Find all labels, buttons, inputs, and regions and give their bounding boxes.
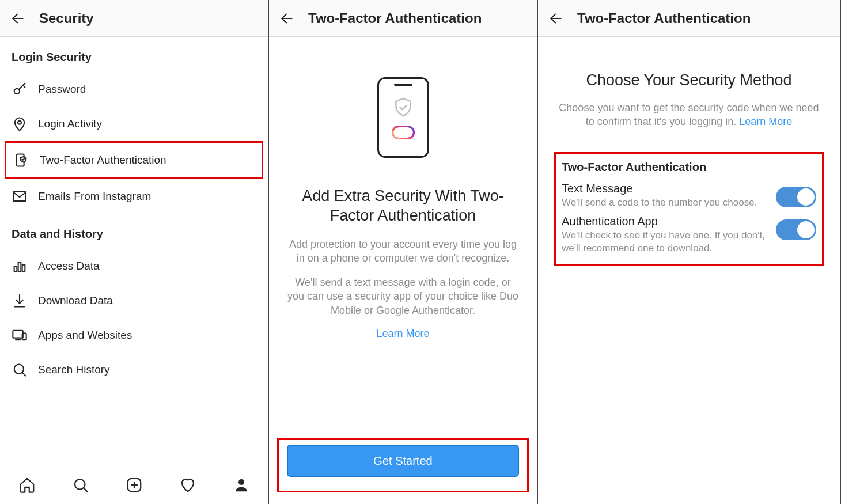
devices-icon [12,327,28,343]
option-title: Text Message [562,182,768,195]
svg-rect-7 [14,266,17,271]
cta-label: Get Started [373,454,432,468]
two-factor-method-screen: Two-Factor Authentication Choose Your Se… [538,0,841,504]
menu-item-label: Login Activity [38,118,102,130]
add-post-tab-icon[interactable] [126,476,143,494]
option-text-message: Text Message We'll send a code to the nu… [562,182,816,209]
tfa-box-title: Two-Factor Authentication [562,161,816,174]
svg-line-16 [22,373,26,376]
svg-rect-8 [18,262,21,271]
svg-line-3 [23,85,25,88]
section-heading-login: Login Security [0,37,268,72]
two-factor-intro-body: Add Extra Security With Two-Factor Authe… [269,37,537,438]
method-heading: Choose Your Security Method [554,71,824,89]
header-bar: Two-Factor Authentication [269,0,537,37]
auth-app-toggle[interactable] [776,219,816,240]
learn-more-link[interactable]: Learn More [376,328,429,340]
menu-item-password[interactable]: Password [0,72,268,107]
menu-item-label: Emails From Instagram [38,190,151,203]
option-title: Authentication App [562,215,768,228]
search-icon [12,362,28,378]
menu-item-label: Two-Factor Authentication [40,154,166,166]
option-sub: We'll check to see if you have one. If y… [562,229,768,255]
search-tab-icon[interactable] [72,476,89,494]
phone-shield-icon [13,152,29,168]
menu-item-apps-websites[interactable]: Apps and Websites [0,318,268,353]
menu-item-label: Apps and Websites [38,329,132,342]
svg-line-18 [84,488,87,491]
menu-item-search-history[interactable]: Search History [0,353,268,387]
section-heading-data: Data and History [0,214,268,249]
download-icon [12,293,28,309]
learn-more-link[interactable]: Learn More [739,116,792,127]
svg-point-4 [18,121,21,124]
header-bar: Security [0,0,268,37]
intro-heading: Add Extra Security With Two-Factor Authe… [286,187,520,226]
svg-rect-9 [22,265,25,272]
option-auth-app: Authentication App We'll check to see if… [562,215,816,255]
text-message-toggle[interactable] [776,187,816,207]
svg-rect-12 [13,331,23,338]
security-screen: Security Login Security Password Login A… [0,0,269,504]
menu-item-label: Password [38,83,86,96]
method-desc: Choose you want to get the security code… [554,101,824,129]
mail-icon [12,188,28,204]
bottom-tabbar [0,465,268,504]
key-icon [12,81,28,97]
activity-tab-icon[interactable] [179,476,196,494]
menu-item-label: Access Data [38,260,100,272]
security-body: Login Security Password Login Activity T… [0,37,268,465]
back-arrow-icon[interactable] [548,11,563,26]
menu-item-login-activity[interactable]: Login Activity [0,107,268,141]
tfa-options-box: Two-Factor Authentication Text Message W… [554,152,824,266]
back-arrow-icon[interactable] [10,11,25,26]
menu-item-label: Download Data [38,294,113,307]
menu-item-label: Search History [38,363,110,376]
menu-item-two-factor[interactable]: Two-Factor Authentication [5,141,263,179]
bar-chart-icon [12,258,28,274]
cta-highlight: Get Started [277,438,529,492]
two-factor-intro-screen: Two-Factor Authentication Add Extra Secu… [269,0,538,504]
get-started-button[interactable]: Get Started [287,445,519,477]
page-title: Two-Factor Authentication [577,10,751,26]
page-title: Security [39,10,94,26]
svg-rect-14 [22,334,26,340]
location-pin-icon [12,116,28,132]
svg-point-22 [238,479,244,485]
menu-item-access-data[interactable]: Access Data [0,249,268,283]
header-bar: Two-Factor Authentication [538,0,840,37]
two-factor-method-body: Choose Your Security Method Choose you w… [538,37,840,266]
intro-desc-2: We'll send a text message with a login c… [286,275,520,317]
home-tab-icon[interactable] [18,476,36,494]
option-sub: We'll send a code to the number you choo… [562,196,768,209]
profile-tab-icon[interactable] [233,476,250,494]
menu-item-emails[interactable]: Emails From Instagram [0,179,268,214]
back-arrow-icon[interactable] [279,11,294,26]
intro-desc-1: Add protection to your account every tim… [286,237,520,266]
menu-item-download-data[interactable]: Download Data [0,283,268,318]
phone-illustration-icon [377,77,429,158]
page-title: Two-Factor Authentication [308,10,482,26]
